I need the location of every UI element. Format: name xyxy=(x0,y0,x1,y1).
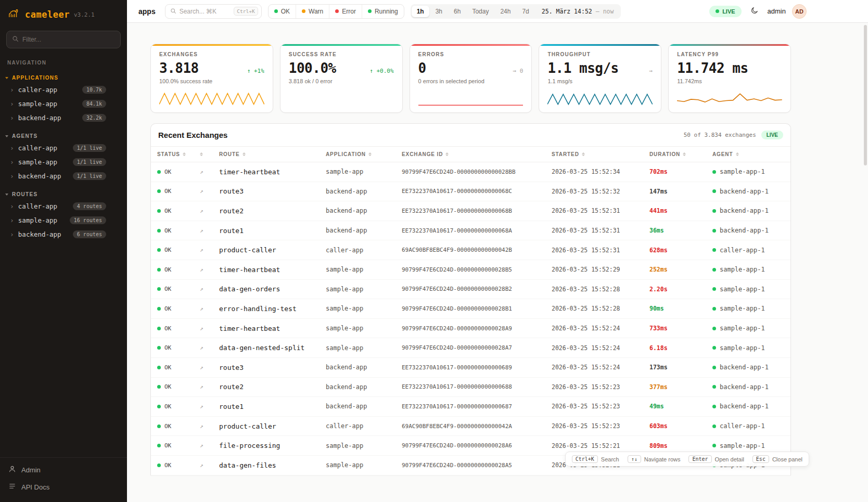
open-detail-icon[interactable]: ↗ xyxy=(200,403,219,410)
footer-item-label: API Docs xyxy=(21,483,49,491)
kpi-value-row: 11.742 ms xyxy=(677,60,782,76)
table-row[interactable]: OK↗route1backend-appEE7322370A10617-0000… xyxy=(151,397,790,417)
table-row[interactable]: OK↗timer-heartbeatsample-app90799F47E6CD… xyxy=(151,319,790,339)
sidebar-item-sample-app[interactable]: ›sample-app16 routes xyxy=(0,213,127,227)
sidebar-item-backend-app[interactable]: ›backend-app6 routes xyxy=(0,227,127,241)
status-filter-warn[interactable]: Warn xyxy=(296,5,329,18)
route-cell: product-caller xyxy=(219,246,326,254)
open-detail-icon[interactable]: ↗ xyxy=(200,442,219,449)
sidebar-footer-admin[interactable]: Admin xyxy=(8,465,119,474)
column-header-status[interactable]: STATUS xyxy=(157,151,200,157)
time-range-3h[interactable]: 3h xyxy=(430,6,448,17)
application-cell: caller-app xyxy=(326,422,402,430)
table-row[interactable]: OK↗product-callercaller-app69AC90BF8EBC4… xyxy=(151,417,790,436)
table-row[interactable]: OK↗route2backend-appEE7322370A10617-0000… xyxy=(151,201,790,221)
sidebar-item-sample-app[interactable]: ›sample-app1/1 live xyxy=(0,155,127,169)
table-row[interactable]: OK↗route3backend-appEE7322370A10617-0000… xyxy=(151,358,790,378)
docs-icon xyxy=(8,482,16,492)
open-detail-icon[interactable]: ↗ xyxy=(200,266,219,273)
section-header-routes[interactable]: ROUTES xyxy=(0,189,127,199)
table-row[interactable]: OK↗data-gen-orderssample-app90799F47E6CD… xyxy=(151,280,790,300)
sidebar-item-badge: 10.7k xyxy=(82,86,106,94)
open-detail-icon[interactable]: ↗ xyxy=(200,305,219,312)
sidebar-footer-api-docs[interactable]: API Docs xyxy=(8,482,119,492)
column-header-expand[interactable] xyxy=(200,152,219,156)
column-header-duration[interactable]: DURATION xyxy=(649,151,712,157)
open-detail-icon[interactable]: ↗ xyxy=(200,364,219,371)
time-range-6h[interactable]: 6h xyxy=(449,6,466,17)
search-input[interactable] xyxy=(180,8,231,15)
scrollbar-thumb[interactable] xyxy=(864,25,867,165)
application-cell: backend-app xyxy=(326,383,402,391)
table-row[interactable]: OK↗route2backend-appEE7322370A10617-0000… xyxy=(151,378,790,397)
exchange-id-cell: EE7322370A10617-0000000000000687 xyxy=(402,403,552,410)
status-filter-running[interactable]: Running xyxy=(362,5,404,18)
kpi-card-success-rate: SUCCESS RATE100.0%↑ +0.0%3.818 ok / 0 er… xyxy=(280,44,403,113)
live-toggle[interactable]: LIVE xyxy=(709,6,741,17)
exchange-id-cell: EE7322370A10617-000000000000068A xyxy=(402,227,552,234)
open-detail-icon[interactable]: ↗ xyxy=(200,344,219,351)
status-filter-ok[interactable]: OK xyxy=(269,5,296,18)
status-label: OK xyxy=(164,305,171,312)
open-detail-icon[interactable]: ↗ xyxy=(200,188,219,195)
time-range-1h[interactable]: 1h xyxy=(412,6,429,17)
table-row[interactable]: OK↗error-handling-testsample-app90799F47… xyxy=(151,299,790,319)
sidebar-item-caller-app[interactable]: ›caller-app4 routes xyxy=(0,199,127,213)
column-header-route[interactable]: ROUTE xyxy=(219,151,326,157)
filter-input[interactable] xyxy=(22,36,115,43)
open-detail-icon[interactable]: ↗ xyxy=(200,462,219,469)
status-filter-error[interactable]: Error xyxy=(329,5,362,18)
exchange-id-cell: EE7322370A10617-0000000000000688 xyxy=(402,383,552,390)
open-detail-icon[interactable]: ↗ xyxy=(200,169,219,175)
agent-cell: caller-app-1 xyxy=(712,422,784,430)
open-detail-icon[interactable]: ↗ xyxy=(200,286,219,292)
table-row[interactable]: OK↗route3backend-appEE7322370A10617-0000… xyxy=(151,182,790,202)
table-row[interactable]: OK↗timer-heartbeatsample-app90799F47E6CD… xyxy=(151,260,790,280)
table-live-badge[interactable]: LIVE xyxy=(761,131,783,139)
status-ok-dot xyxy=(157,464,161,467)
table-row[interactable]: OK↗route1backend-appEE7322370A10617-0000… xyxy=(151,221,790,241)
time-range-7d[interactable]: 7d xyxy=(517,6,534,17)
open-detail-icon[interactable]: ↗ xyxy=(200,383,219,390)
agent-cell: sample-app-1 xyxy=(712,266,784,273)
open-detail-icon[interactable]: ↗ xyxy=(200,247,219,253)
column-header-exchange-id[interactable]: EXCHANGE ID xyxy=(402,151,552,157)
table-rows: OK↗timer-heartbeatsample-app90799F47E6CD… xyxy=(151,162,790,475)
sort-icon xyxy=(242,152,246,156)
status-label: OK xyxy=(164,442,171,449)
agent-label: sample-app-1 xyxy=(720,325,765,332)
time-range-24h[interactable]: 24h xyxy=(495,6,516,17)
avatar[interactable]: AD xyxy=(792,4,807,19)
open-detail-icon[interactable]: ↗ xyxy=(200,227,219,234)
sidebar-item-badge: 84.1k xyxy=(82,100,106,108)
table-row[interactable]: OK↗product-callercaller-app69AC90BF8EBC4… xyxy=(151,240,790,260)
route-cell: route1 xyxy=(219,227,326,235)
sidebar-item-caller-app[interactable]: ›caller-app10.7k xyxy=(0,83,127,97)
dark-mode-toggle[interactable] xyxy=(748,5,761,18)
column-header-started[interactable]: STARTED xyxy=(552,151,649,157)
scrollbar-track[interactable] xyxy=(864,25,867,500)
duration-cell: 377ms xyxy=(649,383,712,391)
section-header-agents[interactable]: AGENTS xyxy=(0,131,127,141)
open-detail-icon[interactable]: ↗ xyxy=(200,423,219,430)
table-row[interactable]: OK↗data-gen-nested-splitsample-app90799F… xyxy=(151,338,790,358)
sidebar-item-backend-app[interactable]: ›backend-app32.2k xyxy=(0,111,127,125)
sidebar-item-backend-app[interactable]: ›backend-app1/1 live xyxy=(0,169,127,183)
app-root: cameleer v3.2.1 NAVIGATION APPLICATIONS›… xyxy=(0,0,868,502)
status-ok-dot xyxy=(157,405,161,408)
time-range-today[interactable]: Today xyxy=(467,6,494,17)
open-detail-icon[interactable]: ↗ xyxy=(200,325,219,332)
sidebar-item-badge: 1/1 live xyxy=(73,158,106,166)
section-header-applications[interactable]: APPLICATIONS xyxy=(0,73,127,83)
hint-kbd: Esc xyxy=(752,455,769,463)
sidebar-item-caller-app[interactable]: ›caller-app1/1 live xyxy=(0,141,127,155)
status-cell: OK xyxy=(157,247,200,253)
column-header-agent[interactable]: AGENT xyxy=(712,151,784,157)
table-row[interactable]: OK↗timer-heartbeatsample-app90799F47E6CD… xyxy=(151,162,790,182)
column-header-application[interactable]: APPLICATION xyxy=(326,151,402,157)
table-meta: 50 of 3.834 exchanges LIVE xyxy=(684,131,783,139)
chevron-right-icon: › xyxy=(10,159,14,165)
open-detail-icon[interactable]: ↗ xyxy=(200,208,219,214)
agent-dot xyxy=(712,248,716,252)
sidebar-item-sample-app[interactable]: ›sample-app84.1k xyxy=(0,97,127,111)
